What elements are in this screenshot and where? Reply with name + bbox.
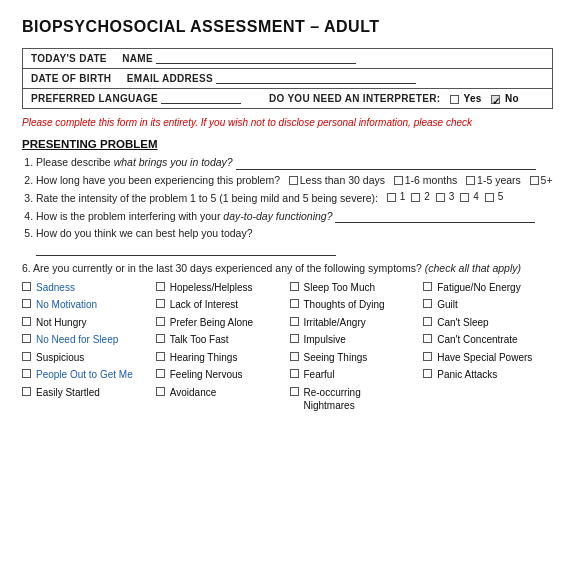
preferred-language-field[interactable] [161,103,241,104]
q3-opt3-checkbox[interactable] [436,193,445,202]
symptom-checkbox[interactable] [156,352,165,361]
q3-opt1-checkbox[interactable] [387,193,396,202]
symptom-item: Hearing Things [156,350,286,366]
symptom-checkbox[interactable] [22,334,31,343]
symptom-label: No Need for Sleep [36,333,118,347]
symptom-item [423,385,553,414]
question-5: How do you think we can best help you to… [36,226,553,255]
symptom-label: Irritable/Angry [304,316,366,330]
name-field[interactable] [156,63,356,64]
question-4: How is the problem interfering with your… [36,209,553,224]
symptom-checkbox[interactable] [423,334,432,343]
symptom-item: Have Special Powers [423,350,553,366]
symptom-checkbox[interactable] [156,369,165,378]
symptom-item: No Need for Sleep [22,332,152,348]
symptom-label: Prefer Being Alone [170,316,253,330]
interpreter-no-checkbox[interactable]: ✓ [491,95,500,104]
q2-opt1-checkbox[interactable] [289,176,298,185]
name-label: NAME [122,53,153,64]
symptom-label: Seeing Things [304,351,368,365]
symptom-item: Guilt [423,297,553,313]
question-3: Rate the intensity of the problem 1 to 5… [36,190,553,205]
symptom-checkbox[interactable] [290,282,299,291]
symptom-item: Not Hungry [22,315,152,331]
symptom-checkbox[interactable] [156,299,165,308]
symptom-checkbox[interactable] [156,317,165,326]
q2-opt4-checkbox[interactable] [530,176,539,185]
symptom-item: Talk Too Fast [156,332,286,348]
symptom-checkbox[interactable] [22,282,31,291]
symptom-label: Hopeless/Helpless [170,281,253,295]
symptom-item: Seeing Things [290,350,420,366]
q4-answer[interactable] [335,211,535,223]
symptom-checkbox[interactable] [290,299,299,308]
symptom-label: Re-occurring Nightmares [304,386,361,413]
symptom-item: Lack of Interest [156,297,286,313]
symptom-item: Thoughts of Dying [290,297,420,313]
q3-opt2-checkbox[interactable] [411,193,420,202]
symptom-label: Impulsive [304,333,346,347]
symptom-item: Panic Attacks [423,367,553,383]
symptom-checkbox[interactable] [22,369,31,378]
symptom-item: Easily Startled [22,385,152,414]
symptom-label: Avoidance [170,386,217,400]
symptom-checkbox[interactable] [290,352,299,361]
interpreter-yes-checkbox[interactable] [450,95,459,104]
symptom-item: Irritable/Angry [290,315,420,331]
symptom-label: Fatigue/No Energy [437,281,520,295]
symptom-item: Feeling Nervous [156,367,286,383]
symptom-label: Not Hungry [36,316,87,330]
symptom-checkbox[interactable] [22,352,31,361]
interpreter-yes-label: Yes [464,93,482,104]
symptom-checkbox[interactable] [22,299,31,308]
presenting-problem-section: PRESENTING PROBLEM Please describe what … [22,138,553,256]
symptom-checkbox[interactable] [423,352,432,361]
symptom-label: Can't Concentrate [437,333,517,347]
symptom-checkbox[interactable] [22,317,31,326]
q2-opt3-checkbox[interactable] [466,176,475,185]
q3-opt4-checkbox[interactable] [460,193,469,202]
symptom-label: Sleep Too Much [304,281,376,295]
symptom-checkbox[interactable] [423,282,432,291]
symptom-checkbox[interactable] [423,317,432,326]
email-field[interactable] [216,83,416,84]
symptom-checkbox[interactable] [290,334,299,343]
symptom-item: Re-occurring Nightmares [290,385,420,414]
symptom-item: Can't Concentrate [423,332,553,348]
symptom-label: People Out to Get Me [36,368,133,382]
q3-opt5-checkbox[interactable] [485,193,494,202]
q5-answer[interactable] [36,244,336,256]
symptom-label: Hearing Things [170,351,238,365]
symptom-checkbox[interactable] [290,387,299,396]
symptom-item: No Motivation [22,297,152,313]
q1-answer[interactable] [236,158,536,170]
page-title: BIOPSYCHOSOCIAL ASSESSMENT – ADULT [22,18,553,36]
symptom-item: Fearful [290,367,420,383]
question-1: Please describe what brings you in today… [36,155,553,170]
symptom-checkbox[interactable] [290,369,299,378]
symptom-checkbox[interactable] [156,282,165,291]
symptom-label: Talk Too Fast [170,333,229,347]
symptom-checkbox[interactable] [423,369,432,378]
symptom-checkbox[interactable] [290,317,299,326]
symptom-item: Sadness [22,280,152,296]
symptom-label: Have Special Powers [437,351,532,365]
question-2: How long have you been experiencing this… [36,173,553,188]
symptom-label: Thoughts of Dying [304,298,385,312]
symptom-item: Impulsive [290,332,420,348]
symptom-checkbox[interactable] [156,387,165,396]
symptom-label: Guilt [437,298,458,312]
symptom-checkbox[interactable] [22,387,31,396]
email-label: EMAIL ADDRESS [127,73,213,84]
symptom-item: People Out to Get Me [22,367,152,383]
symptom-item: Avoidance [156,385,286,414]
symptom-checkbox[interactable] [423,299,432,308]
dob-label: DATE OF BIRTH [31,73,111,84]
q2-opt2-checkbox[interactable] [394,176,403,185]
interpreter-no-label: No [505,93,519,104]
interpreter-label: DO YOU NEED AN INTERPRETER: [269,93,440,104]
symptom-label: Sadness [36,281,75,295]
symptom-checkbox[interactable] [156,334,165,343]
symptom-label: Feeling Nervous [170,368,243,382]
symptom-item: Fatigue/No Energy [423,280,553,296]
